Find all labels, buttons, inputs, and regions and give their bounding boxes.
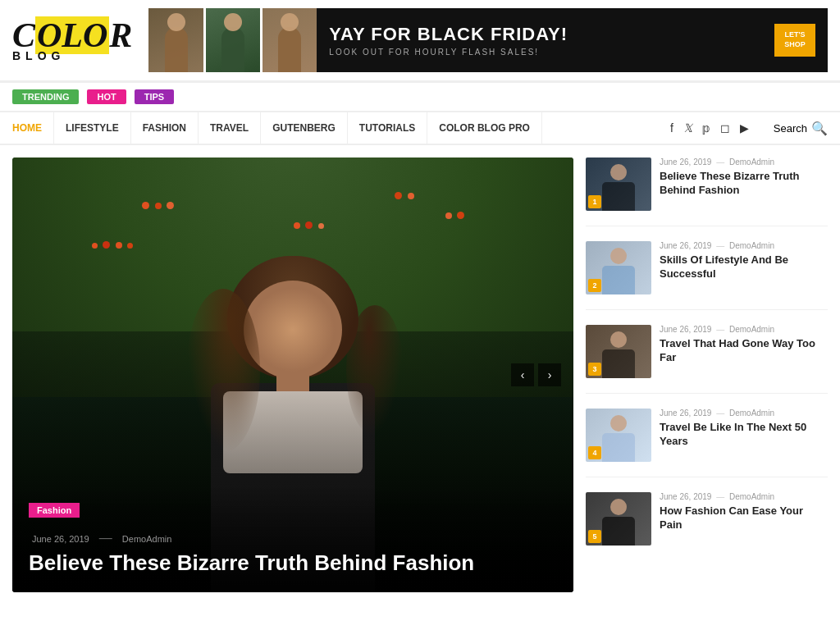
instagram-icon[interactable]: ◻: [720, 121, 730, 135]
article-4-title[interactable]: Travel Be Like In The Next 50 Years: [660, 421, 828, 449]
nav-colorblogpro[interactable]: COLOR BLOG PRO: [427, 112, 542, 144]
thumb-num-5: 5: [588, 530, 601, 543]
sidebar-content-2: June 26, 2019 — DemoAdmin Skills Of Life…: [660, 241, 828, 294]
nav-travel[interactable]: TRAVEL: [199, 112, 261, 144]
sidebar-content-4: June 26, 2019 — DemoAdmin Travel Be Like…: [660, 409, 828, 462]
thumb-num-4: 4: [588, 446, 601, 459]
sidebar-article-5: 5 June 26, 2019 — DemoAdmin How Fashion …: [586, 492, 828, 560]
ad-subtitle: LOOK OUT FOR HOURLY FLASH SALES!: [329, 48, 774, 57]
sidebar-thumb-5[interactable]: 5: [586, 492, 651, 546]
sidebar-article-3: 3 June 26, 2019 — DemoAdmin Travel That …: [586, 325, 828, 394]
hero-author: DemoAdmin: [122, 534, 172, 544]
sidebar-thumb-1[interactable]: 1: [586, 158, 651, 211]
nav-home[interactable]: HOME: [12, 112, 54, 144]
article-4-author: DemoAdmin: [729, 409, 774, 418]
article-1-date: June 26, 2019: [660, 158, 711, 167]
hero-date: June 26, 2019: [32, 534, 89, 544]
thumb-num-2: 2: [588, 279, 601, 292]
thumb-num-3: 3: [588, 363, 601, 376]
article-5-date: June 26, 2019: [660, 492, 711, 501]
sidebar-meta-1: June 26, 2019 — DemoAdmin: [660, 158, 828, 167]
sidebar-meta-3: June 26, 2019 — DemoAdmin: [660, 325, 828, 334]
article-2-author: DemoAdmin: [729, 241, 774, 250]
main-content: Fashion June 26, 2019 — DemoAdmin Believ…: [0, 145, 840, 605]
badge-hot[interactable]: HOT: [87, 89, 126, 104]
sidebar-article-1: 1 June 26, 2019 — DemoAdmin Believe Thes…: [586, 158, 828, 226]
article-3-author: DemoAdmin: [729, 325, 774, 334]
article-5-author: DemoAdmin: [729, 492, 774, 501]
sidebar-meta-2: June 26, 2019 — DemoAdmin: [660, 241, 828, 250]
hero-meta: June 26, 2019 — DemoAdmin: [29, 531, 557, 546]
hero-category-badge[interactable]: Fashion: [29, 503, 80, 518]
search-icon[interactable]: 🔍: [811, 121, 828, 136]
ad-banner[interactable]: YAY FOR BLACK FRIDAY! LOOK OUT FOR HOURL…: [317, 8, 828, 72]
sidebar-thumb-3[interactable]: 3: [586, 325, 651, 378]
article-3-title[interactable]: Travel That Had Gone Way Too Far: [660, 337, 828, 365]
header: COLOR BLOG: [0, 0, 840, 83]
ad-title: YAY FOR BLACK FRIDAY!: [329, 24, 774, 45]
main-navigation: HOME LIFESTYLE FASHION TRAVEL GUTENBERG …: [0, 111, 840, 145]
badge-tips[interactable]: TIPS: [135, 89, 174, 104]
sidebar-thumb-4[interactable]: 4: [586, 409, 651, 462]
hero-overlay: Fashion June 26, 2019 — DemoAdmin Believ…: [12, 486, 573, 592]
nav-badges: TRENDING HOT TIPS: [0, 83, 840, 111]
article-2-date: June 26, 2019: [660, 241, 711, 250]
article-1-title[interactable]: Believe These Bizarre Truth Behind Fashi…: [660, 170, 828, 198]
slider-next-button[interactable]: ›: [538, 363, 561, 386]
nav-tutorials[interactable]: TUTORIALS: [348, 112, 427, 144]
facebook-icon[interactable]: f: [670, 121, 673, 135]
sidebar-content-3: June 26, 2019 — DemoAdmin Travel That Ha…: [660, 325, 828, 378]
search-area[interactable]: Search 🔍: [761, 121, 828, 136]
hero-title[interactable]: Believe These Bizarre Truth Behind Fashi…: [29, 550, 557, 576]
nav-fashion[interactable]: FASHION: [131, 112, 199, 144]
badge-trending[interactable]: TRENDING: [12, 89, 79, 104]
sidebar-article-2: 2 June 26, 2019 — DemoAdmin Skills Of Li…: [586, 241, 828, 310]
sidebar-article-4: 4 June 26, 2019 — DemoAdmin Travel Be Li…: [586, 409, 828, 477]
ad-cta-button[interactable]: LET'S SHOP: [774, 24, 815, 56]
article-4-date: June 26, 2019: [660, 409, 711, 418]
pinterest-icon[interactable]: 𝕡: [702, 121, 710, 135]
sidebar-content-5: June 26, 2019 — DemoAdmin How Fashion Ca…: [660, 492, 828, 546]
article-1-author: DemoAdmin: [729, 158, 774, 167]
logo-color-text: COLOR: [12, 18, 132, 52]
twitter-icon[interactable]: 𝕏: [683, 121, 692, 135]
nav-lifestyle[interactable]: LIFESTYLE: [54, 112, 131, 144]
sidebar-meta-5: June 26, 2019 — DemoAdmin: [660, 492, 828, 501]
sidebar-thumb-2[interactable]: 2: [586, 241, 651, 294]
slider-prev-button[interactable]: ‹: [511, 363, 534, 386]
sidebar: 1 June 26, 2019 — DemoAdmin Believe Thes…: [573, 158, 828, 592]
site-logo[interactable]: COLOR BLOG: [12, 18, 132, 62]
slider-controls: ‹ ›: [511, 363, 561, 386]
thumb-num-1: 1: [588, 195, 601, 208]
article-2-title[interactable]: Skills Of Lifestyle And Be Successful: [660, 253, 828, 281]
hero-slider: Fashion June 26, 2019 — DemoAdmin Believ…: [12, 158, 573, 592]
banner-area: YAY FOR BLACK FRIDAY! LOOK OUT FOR HOURL…: [148, 8, 828, 72]
sidebar-content-1: June 26, 2019 — DemoAdmin Believe These …: [660, 158, 828, 211]
youtube-icon[interactable]: ▶: [740, 121, 749, 135]
search-label: Search: [774, 122, 807, 135]
nav-gutenberg[interactable]: GUTENBERG: [261, 112, 348, 144]
article-5-title[interactable]: How Fashion Can Ease Your Pain: [660, 504, 828, 532]
sidebar-meta-4: June 26, 2019 — DemoAdmin: [660, 409, 828, 418]
social-icons: f 𝕏 𝕡 ◻ ▶: [658, 121, 761, 135]
article-3-date: June 26, 2019: [660, 325, 711, 334]
